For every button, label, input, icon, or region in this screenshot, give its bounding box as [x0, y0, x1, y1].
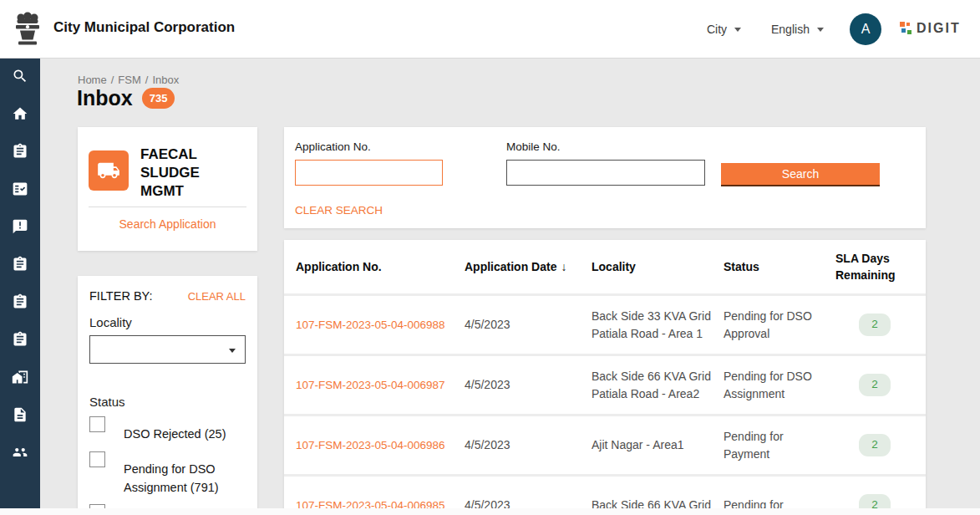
- application-date-cell: 4/5/2023: [465, 376, 592, 394]
- status-checkbox[interactable]: [89, 416, 105, 432]
- inbox-table: Application No. Application Date↓ Locali…: [284, 240, 926, 515]
- status-option-dso-rejected: DSO Rejected (25): [89, 416, 246, 444]
- fsm-module-card: FAECAL SLUDGE MGMT Search Application: [78, 127, 257, 251]
- assignment-icon[interactable]: [12, 256, 28, 273]
- language-dropdown[interactable]: English: [771, 23, 824, 36]
- clear-all-button[interactable]: CLEAR ALL: [188, 290, 246, 303]
- filter-panel: FILTER BY: CLEAR ALL Locality Status DSO…: [78, 276, 257, 515]
- app-title: City Municipal Corporation: [53, 19, 235, 36]
- table-row: 107-FSM-2023-05-04-006986 4/5/2023 Ajit …: [284, 414, 926, 474]
- breadcrumb-inbox: Inbox: [152, 74, 179, 86]
- truck-icon: [89, 150, 129, 191]
- sort-desc-icon: ↓: [561, 260, 566, 273]
- locality-cell: Ajit Nagar - Area1: [592, 436, 724, 454]
- national-emblem-logo: [13, 8, 42, 52]
- locality-cell: Back Side 33 KVA Grid Patiala Road - Are…: [592, 308, 724, 343]
- status-cell: Pending for Payment: [724, 428, 835, 463]
- locality-label: Locality: [89, 315, 246, 329]
- application-no-label: Application No.: [295, 140, 371, 153]
- fact-check-icon[interactable]: [12, 181, 28, 197]
- divider: [89, 207, 246, 207]
- page-title: Inbox: [77, 86, 133, 110]
- application-no-link[interactable]: 107-FSM-2023-05-04-006988: [296, 319, 445, 331]
- sla-badge: 2: [859, 374, 891, 395]
- search-icon[interactable]: [12, 68, 28, 84]
- breadcrumb: Home/FSM/Inbox: [78, 74, 179, 86]
- document-icon[interactable]: [12, 406, 28, 423]
- digit-logo-icon: [900, 22, 912, 35]
- search-panel: Application No. Mobile No. Search CLEAR …: [284, 127, 926, 228]
- application-date-cell: 4/5/2023: [465, 436, 592, 454]
- application-no-link[interactable]: 107-FSM-2023-05-04-006987: [296, 379, 445, 391]
- inbox-count-badge: 735: [142, 88, 175, 109]
- top-header: City Municipal Corporation City English …: [0, 0, 980, 59]
- search-application-link[interactable]: Search Application: [89, 217, 246, 231]
- window-bottom-edge: [0, 508, 980, 515]
- sla-badge: 2: [859, 434, 891, 456]
- table-row: 107-FSM-2023-05-04-006987 4/5/2023 Back …: [284, 354, 926, 414]
- status-cell: Pending for DSO Approval: [724, 308, 835, 343]
- filter-by-label: FILTER BY:: [89, 289, 152, 303]
- city-dropdown[interactable]: City: [707, 23, 741, 36]
- col-status: Status: [724, 258, 835, 275]
- chevron-down-icon: [229, 349, 236, 353]
- home-work-icon[interactable]: [12, 369, 28, 385]
- col-application-no: Application No.: [296, 258, 465, 275]
- status-option-pending-dso-assignment: Pending for DSO Assignment (791): [89, 451, 246, 497]
- application-no-link[interactable]: 107-FSM-2023-05-04-006986: [296, 439, 445, 451]
- status-option-label: Pending for DSO Assignment (791): [124, 451, 246, 497]
- announcement-icon[interactable]: [12, 218, 28, 235]
- mobile-no-label: Mobile No.: [506, 140, 561, 153]
- col-application-date[interactable]: Application Date↓: [465, 258, 592, 275]
- assignment-icon[interactable]: [12, 331, 28, 348]
- sla-badge: 2: [859, 314, 891, 335]
- home-icon[interactable]: [12, 105, 28, 122]
- breadcrumb-fsm[interactable]: FSM: [118, 74, 140, 86]
- table-row: 107-FSM-2023-05-04-006988 4/5/2023 Back …: [284, 293, 926, 354]
- user-avatar[interactable]: A: [850, 13, 881, 45]
- assignment-icon[interactable]: [12, 143, 28, 160]
- breadcrumb-home[interactable]: Home: [78, 74, 107, 86]
- status-label: Status: [89, 395, 246, 409]
- locality-cell: Back Side 66 KVA Grid Patiala Road - Are…: [592, 368, 724, 403]
- table-header-row: Application No. Application Date↓ Locali…: [284, 240, 926, 293]
- digit-logo: DIGIT: [900, 21, 961, 36]
- people-icon[interactable]: [12, 444, 28, 461]
- left-nav-sidebar: [0, 59, 40, 508]
- col-sla-days: SLA Days Remaining: [835, 250, 914, 284]
- search-button[interactable]: Search: [721, 163, 880, 186]
- chevron-down-icon: [817, 28, 824, 32]
- module-title: FAECAL SLUDGE MGMT: [140, 145, 246, 201]
- chevron-down-icon: [734, 28, 741, 32]
- application-date-cell: 4/5/2023: [465, 316, 592, 334]
- application-no-input[interactable]: [295, 160, 443, 186]
- locality-select[interactable]: [89, 335, 246, 364]
- clear-search-link[interactable]: CLEAR SEARCH: [295, 204, 383, 217]
- status-option-label: DSO Rejected (25): [124, 416, 226, 444]
- mobile-no-input[interactable]: [506, 160, 705, 186]
- status-checkbox[interactable]: [89, 451, 105, 467]
- col-locality: Locality: [592, 258, 724, 275]
- assignment-icon[interactable]: [12, 293, 28, 310]
- status-cell: Pending for DSO Assignment: [724, 368, 835, 403]
